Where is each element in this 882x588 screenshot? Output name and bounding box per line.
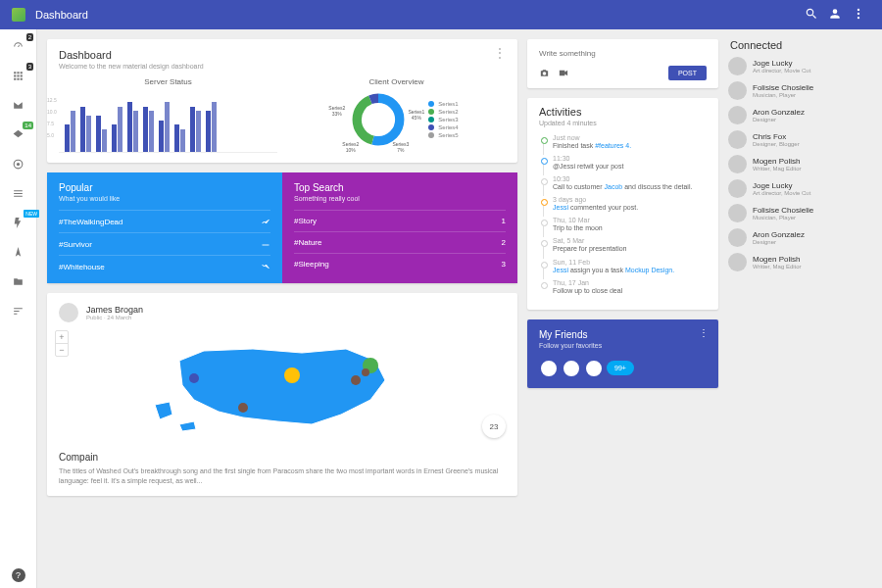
client-overview-chart: Client Overview Series145% Series233% Se… (287, 77, 506, 153)
connected-item[interactable]: Chris FoxDesigner, Blogger (728, 130, 865, 149)
friend-avatar[interactable] (562, 359, 581, 378)
map-count-badge[interactable]: 23 (482, 415, 506, 438)
svg-point-13 (238, 403, 248, 413)
activity-item: 10:30Call to customer Jacob and discuss … (539, 175, 707, 191)
avatar (728, 106, 747, 124)
nav-badge: 2 (26, 33, 33, 41)
zoom-in[interactable]: + (56, 331, 68, 344)
svg-point-0 (858, 9, 859, 11)
svg-point-2 (858, 17, 859, 19)
activities-card: Activities Updated 4 minutes Just nowFin… (527, 98, 718, 310)
avatar (728, 155, 747, 173)
avatar (728, 57, 747, 75)
zoom-out[interactable]: − (56, 344, 68, 356)
video-icon[interactable] (558, 68, 568, 78)
activity-item: Thu, 17 JanFollow up to close deal (539, 279, 707, 295)
popular-item[interactable]: #Whitehouse (59, 255, 270, 277)
topsearch-card: Top Search Something really cool #Story1… (282, 172, 517, 283)
connected-item[interactable]: Aron GonzalezDesigner (728, 228, 865, 247)
activity-item: 11:30@Jessi retwit your post (539, 155, 707, 171)
avatar (728, 130, 747, 149)
legend-item: Series4 (428, 124, 458, 130)
card-title: Dashboard (59, 49, 204, 61)
svg-point-12 (362, 368, 369, 376)
popular-item[interactable]: #TheWalkingDead (59, 210, 270, 232)
nav-flash[interactable]: NEW (0, 212, 36, 233)
nav-list[interactable] (0, 182, 36, 204)
server-status-chart: Server Status 12.5 10.0 7.5 5.0 (59, 77, 277, 153)
nav-rail: 2 3 14 NEW ? (0, 29, 37, 588)
help-icon[interactable]: ? (12, 568, 25, 582)
topsearch-item[interactable]: #Nature2 (294, 231, 506, 253)
connected-item[interactable]: Mogen PolishWritter, Mag Editor (728, 155, 865, 173)
page-title: Dashboard (35, 9, 800, 21)
svg-point-14 (189, 373, 199, 383)
activity-item: 3 days agoJessi commented your post. (539, 196, 707, 212)
trends-row: Popular What you would like #TheWalkingD… (47, 172, 517, 283)
svg-point-4 (17, 162, 20, 165)
nav-speedometer[interactable]: 2 (0, 35, 36, 57)
friends-count-pill[interactable]: 99+ (607, 361, 634, 375)
popular-item[interactable]: #Survivor (59, 232, 270, 255)
nav-apps[interactable]: 3 (0, 65, 36, 86)
nav-badge: 3 (26, 63, 33, 71)
legend-item: Series1 (428, 101, 458, 107)
compose-card: POST (527, 39, 718, 88)
connected-item[interactable]: Folisise ChosielieMusician, Player (728, 81, 865, 100)
friends-card: My Friends Follow your favorites ⋮ 99+ (527, 319, 718, 388)
search-icon[interactable] (800, 7, 823, 23)
connected-item[interactable]: Mogen PolishWritter, Mag Editor (728, 253, 865, 271)
card-subtitle: Welcome to the new material design dashb… (59, 63, 204, 70)
connected-item[interactable]: Folisise ChosielieMusician, Player (728, 204, 865, 222)
svg-point-9 (284, 368, 300, 383)
avatar (728, 179, 747, 198)
more-icon[interactable]: ⋮ (494, 49, 506, 57)
activity-item: Just nowFinished task #features 4. (539, 134, 707, 150)
topsearch-item[interactable]: #Sleeping3 (294, 253, 506, 274)
topsearch-item[interactable]: #Story1 (294, 210, 506, 231)
compose-input[interactable] (539, 49, 707, 58)
avatar (59, 303, 78, 322)
legend-item: Series3 (428, 117, 458, 122)
more-icon[interactable] (847, 7, 870, 23)
nav-target[interactable] (0, 153, 36, 174)
activity-item: Sun, 11 FebJessi assign you a task Mocku… (539, 259, 707, 274)
nav-sort[interactable] (0, 300, 36, 321)
avatar (728, 81, 747, 100)
map-card: James Brogan Public · 24 March + − (47, 293, 517, 496)
zoom-control: + − (55, 330, 69, 357)
friend-avatar[interactable] (539, 359, 559, 378)
popular-card: Popular What you would like #TheWalkingD… (47, 172, 282, 283)
camera-icon[interactable] (539, 68, 550, 78)
legend-item: Series5 (428, 132, 458, 138)
new-tag: NEW (24, 210, 39, 218)
friend-avatar[interactable] (584, 359, 604, 378)
more-icon[interactable]: ⋮ (699, 327, 709, 338)
avatar (728, 228, 747, 247)
connected-item[interactable]: Joge LuckyArt director, Movie Cut (728, 57, 865, 75)
map-svg (145, 331, 419, 439)
nav-mail[interactable] (0, 94, 36, 116)
connected-item[interactable]: Joge LuckyArt director, Movie Cut (728, 179, 865, 198)
connected-panel: Connected Joge LuckyArt director, Movie … (728, 39, 865, 277)
svg-point-11 (351, 375, 361, 385)
dashboard-card: Dashboard Welcome to the new material de… (47, 39, 517, 163)
nav-badge: 14 (23, 122, 33, 129)
activity-item: Sat, 5 MarPrepare for presentation (539, 237, 707, 253)
user-icon[interactable] (823, 7, 847, 23)
nav-offers[interactable]: 14 (0, 123, 36, 145)
usa-map[interactable]: + − 23 (47, 326, 517, 444)
svg-point-1 (858, 13, 859, 15)
app-header: Dashboard (0, 0, 882, 29)
avatar (728, 253, 747, 271)
app-logo (12, 8, 25, 22)
avatar (728, 204, 747, 222)
legend-item: Series2 (428, 109, 458, 115)
nav-location[interactable] (0, 241, 36, 263)
connected-item[interactable]: Aron GonzalezDesigner (728, 106, 865, 124)
nav-folder[interactable] (0, 270, 36, 292)
post-button[interactable]: POST (668, 66, 707, 80)
activity-item: Thu, 10 MarTrip to the moon (539, 217, 707, 232)
